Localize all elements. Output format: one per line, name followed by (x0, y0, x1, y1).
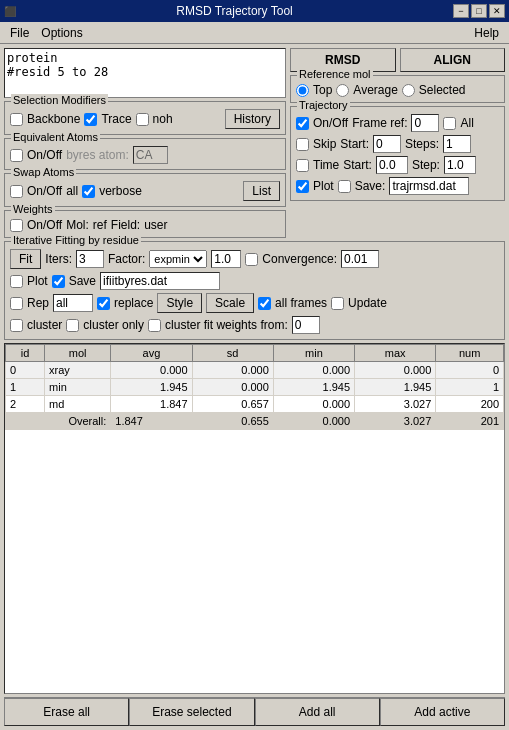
history-button[interactable]: History (225, 109, 280, 129)
selection-modifiers-group: Selection Modifiers Backbone Trace noh H… (4, 101, 286, 135)
menu-file[interactable]: File (4, 24, 35, 42)
selection-textarea[interactable]: protein #resid 5 to 28 (4, 48, 286, 98)
window-controls: − □ ✕ (453, 4, 505, 18)
factor-input[interactable] (211, 250, 241, 268)
maximize-button[interactable]: □ (471, 4, 487, 18)
iter-save-label[interactable]: Save (69, 274, 96, 288)
convergence-input[interactable] (341, 250, 379, 268)
add-active-button[interactable]: Add active (380, 698, 505, 726)
noh-checkbox[interactable] (136, 113, 149, 126)
noh-label[interactable]: noh (153, 112, 173, 126)
trace-label[interactable]: Trace (101, 112, 131, 126)
iter-save-checkbox[interactable] (52, 275, 65, 288)
cluster-label[interactable]: cluster (27, 318, 62, 332)
update-checkbox[interactable] (331, 297, 344, 310)
backbone-label[interactable]: Backbone (27, 112, 80, 126)
skip-start-input[interactable] (373, 135, 401, 153)
iters-input[interactable] (76, 250, 104, 268)
time-start-input[interactable] (376, 156, 408, 174)
replace-label[interactable]: replace (114, 296, 153, 310)
iter-save-input[interactable] (100, 272, 220, 290)
iter-plot-label[interactable]: Plot (27, 274, 48, 288)
traj-plot-label[interactable]: Plot (313, 179, 334, 193)
col-mol: mol (45, 345, 111, 362)
col-num: num (436, 345, 504, 362)
menu-help[interactable]: Help (468, 24, 505, 42)
all-checkbox[interactable] (443, 117, 456, 130)
time-step-input[interactable] (444, 156, 476, 174)
byres-label: byres atom: (66, 148, 129, 162)
allframes-label[interactable]: all frames (275, 296, 327, 310)
swap-onoff-checkbox[interactable] (10, 185, 23, 198)
factor-select[interactable]: expmin (149, 250, 207, 268)
equiv-onoff-checkbox[interactable] (10, 149, 23, 162)
minimize-button[interactable]: − (453, 4, 469, 18)
cluster-only-label[interactable]: cluster only (83, 318, 144, 332)
close-button[interactable]: ✕ (489, 4, 505, 18)
atom-input[interactable] (133, 146, 168, 164)
equiv-onoff-label[interactable]: On/Off (27, 148, 62, 162)
traj-onoff-checkbox[interactable] (296, 117, 309, 130)
add-all-button[interactable]: Add all (255, 698, 380, 726)
swap-all-label: all (66, 184, 78, 198)
top-radio[interactable] (296, 84, 309, 97)
scale-button[interactable]: Scale (206, 293, 254, 313)
skip-label[interactable]: Skip (313, 137, 336, 151)
bottom-bar: Erase all Erase selected Add all Add act… (4, 697, 505, 726)
cluster-fit-input[interactable] (292, 316, 320, 334)
col-id: id (6, 345, 45, 362)
average-radio[interactable] (336, 84, 349, 97)
time-label[interactable]: Time (313, 158, 339, 172)
top-label[interactable]: Top (313, 83, 332, 97)
align-button[interactable]: ALIGN (400, 48, 506, 72)
menu-options[interactable]: Options (35, 24, 88, 42)
weights-field-label: Field: (111, 218, 140, 232)
table-row[interactable]: 0xray0.0000.0000.0000.0000 (6, 362, 504, 379)
all-label[interactable]: All (460, 116, 473, 130)
weights-onoff-label[interactable]: On/Off (27, 218, 62, 232)
traj-save-checkbox[interactable] (338, 180, 351, 193)
traj-save-input[interactable] (389, 177, 469, 195)
rep-label[interactable]: Rep (27, 296, 49, 310)
backbone-checkbox[interactable] (10, 113, 23, 126)
selected-label[interactable]: Selected (419, 83, 466, 97)
cluster-only-checkbox[interactable] (66, 319, 79, 332)
traj-save-label[interactable]: Save: (355, 179, 386, 193)
window-icon: ⬛ (4, 6, 16, 17)
allframes-checkbox[interactable] (258, 297, 271, 310)
update-label[interactable]: Update (348, 296, 387, 310)
skip-checkbox[interactable] (296, 138, 309, 151)
verbose-label[interactable]: verbose (99, 184, 142, 198)
convergence-checkbox[interactable] (245, 253, 258, 266)
start-label1: Start: (340, 137, 369, 151)
table-row[interactable]: 1min1.9450.0001.9451.9451 (6, 379, 504, 396)
verbose-checkbox[interactable] (82, 185, 95, 198)
steps-label: Steps: (405, 137, 439, 151)
frame-ref-input[interactable] (411, 114, 439, 132)
col-max: max (355, 345, 436, 362)
rep-checkbox[interactable] (10, 297, 23, 310)
weights-onoff-checkbox[interactable] (10, 219, 23, 232)
traj-plot-checkbox[interactable] (296, 180, 309, 193)
list-button[interactable]: List (243, 181, 280, 201)
erase-all-button[interactable]: Erase all (4, 698, 129, 726)
style-button[interactable]: Style (157, 293, 202, 313)
iter-plot-checkbox[interactable] (10, 275, 23, 288)
cluster-fit-checkbox[interactable] (148, 319, 161, 332)
time-start-label: Start: (343, 158, 372, 172)
fit-button[interactable]: Fit (10, 249, 41, 269)
average-label[interactable]: Average (353, 83, 397, 97)
rep-input[interactable] (53, 294, 93, 312)
traj-onoff-label[interactable]: On/Off (313, 116, 348, 130)
trace-checkbox[interactable] (84, 113, 97, 126)
erase-selected-button[interactable]: Erase selected (129, 698, 254, 726)
time-checkbox[interactable] (296, 159, 309, 172)
replace-checkbox[interactable] (97, 297, 110, 310)
table-row[interactable]: 2md1.8470.6570.0003.027200 (6, 396, 504, 413)
selected-radio[interactable] (402, 84, 415, 97)
cluster-checkbox[interactable] (10, 319, 23, 332)
trajectory-title: Trajectory (297, 99, 350, 111)
swap-onoff-label[interactable]: On/Off (27, 184, 62, 198)
steps-input[interactable] (443, 135, 471, 153)
cluster-fit-label[interactable]: cluster fit weights from: (165, 318, 288, 332)
